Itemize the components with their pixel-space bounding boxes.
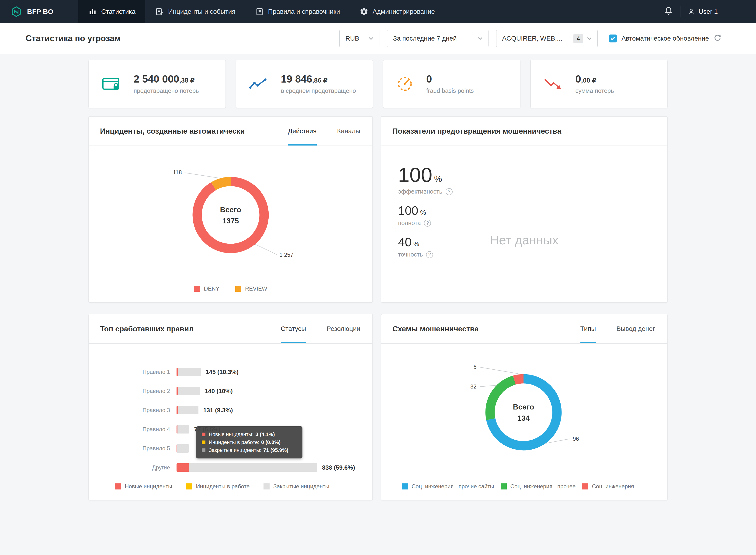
legend-swatch [264,483,270,489]
legend-item-review[interactable]: REVIEW [235,286,267,292]
user-name: User 1 [699,8,718,15]
notifications-bell-icon[interactable] [664,6,673,17]
kpi-value: 0 [576,73,581,85]
bar[interactable] [177,368,201,376]
bar-category-label: Правило 3 [96,407,177,414]
brand-logo[interactable]: BFP BO [0,0,78,23]
gauge-icon [396,76,413,92]
legend-item-soc-other[interactable]: Соц. инженерия - прочее [501,483,576,490]
panel-title: Топ сработавших правил [100,325,193,333]
loss-down-arrow-icon [544,77,563,91]
top-nav: BFP BO Статистика Инциденты и события Пр… [0,0,756,23]
legend-swatch [402,483,408,489]
panel-title: Инциденты, созданные автоматически [100,127,245,135]
brand-hexagon-icon [10,6,23,18]
tab-channels[interactable]: Каналы [337,117,360,145]
help-icon[interactable]: ? [424,220,431,227]
legend-item-new[interactable]: Новые инциденты [115,483,172,490]
donut-center-label: Всего [220,206,241,214]
bar[interactable] [177,425,189,433]
legend-item-deny[interactable]: DENY [194,286,219,292]
legend-swatch [186,483,192,489]
currency-select-value: RUB [345,35,359,42]
legend-item-soc-sites[interactable]: Соц. инженерия - прочие сайты [402,483,494,490]
tab-statuses[interactable]: Статусы [281,314,306,343]
dashboard-content: 2 540 000,38 ₽ предотвращено потерь 19 8… [88,54,668,528]
callout-soc-eng-sites: 96 [573,436,579,442]
kpi-value: 0 [426,73,432,85]
kpi-loss-amount: 0,00 ₽ сумма потерь [530,60,668,108]
incidents-legend: DENY REVIEW [89,286,372,302]
user-menu[interactable]: User 1 [687,7,718,16]
bar-category-label: Правило 1 [96,369,177,375]
help-icon[interactable]: ? [446,188,453,195]
donut-center-label: Всего [513,403,534,411]
tooltip-swatch [202,449,206,452]
period-select[interactable]: За последние 7 дней [387,30,489,47]
panel-title: Показатели предотвращения мошенничества [393,127,561,135]
nav-item-label: Правила и справочники [268,8,340,15]
nav-item-label: Администрирование [373,8,435,15]
bar-row: Правило 2 140 (10%) [96,382,363,400]
rules-legend: Новые инциденты Инциденты в работе Закры… [89,483,372,500]
kpi-label: fraud basis points [426,87,474,94]
auto-refresh-checkbox[interactable] [609,35,617,42]
nav-item-statistics[interactable]: Статистика [78,0,145,23]
kpi-label: сумма потерь [576,87,614,94]
tab-resolutions[interactable]: Резолюции [326,314,360,343]
bar[interactable] [177,406,198,414]
donut-center-value: 134 [517,414,530,422]
channels-select[interactable]: ACQUIRER, WEB,... 4 [496,30,598,47]
page-header: Статистика по угрозам RUB За последние 7… [0,23,756,54]
kpi-fraction: ,00 ₽ [581,77,596,84]
callout-deny: 1 257 [279,252,293,258]
kpi-label: в среднем предотвращено [281,87,356,94]
legend-item-closed[interactable]: Закрытые инциденты [264,483,329,490]
kpi-prevented-losses: 2 540 000,38 ₽ предотвращено потерь [88,60,226,108]
nav-item-rules[interactable]: Правила и справочники [245,0,350,23]
legend-item-soc[interactable]: Соц. инженерия [582,483,634,490]
bar-value-label: 131 (9.3%) [203,407,233,414]
help-icon[interactable]: ? [426,251,433,258]
panel-title: Схемы мошенничества [393,325,479,333]
bar-value-label: 838 (59.6%) [322,464,355,471]
tab-actions[interactable]: Действия [288,117,317,145]
tab-types[interactable]: Типы [580,314,596,343]
chevron-down-icon [369,37,373,40]
period-select-value: За последние 7 дней [393,35,456,42]
bar-value-label: 140 (10%) [205,388,233,395]
tooltip-row: Закрытые инциденты:71 (95.9%) [202,446,297,454]
gear-icon [360,7,368,16]
channels-count-badge: 4 [573,34,583,43]
bar[interactable] [177,463,317,472]
incidents-donut-chart[interactable]: 118 1 257 Всего 1375 [89,146,372,276]
kpi-fraction: ,38 ₽ [179,77,195,84]
nav-divider [680,6,680,17]
panel-fraud-schemes: Схемы мошенничества Типы Вывод денег 6 3… [381,314,668,501]
brand-label: BFP BO [27,8,53,16]
no-data-placeholder: Нет данных [381,233,667,247]
bar-value-label: 145 (10.3%) [206,369,239,376]
bar[interactable] [177,444,189,453]
refresh-icon[interactable] [714,34,721,43]
auto-refresh-label: Автоматическое обновление [621,35,709,42]
rules-doc-icon [255,7,264,16]
kpi-cards: 2 540 000,38 ₽ предотвращено потерь 19 8… [88,60,668,108]
bar[interactable] [177,387,200,395]
currency-select[interactable]: RUB [339,30,380,47]
nav-item-administration[interactable]: Администрирование [350,0,445,23]
bar-chart-icon [88,7,97,16]
chevron-down-icon [478,37,483,40]
nav-item-incidents[interactable]: Инциденты и события [145,0,245,23]
tab-withdrawal[interactable]: Вывод денег [616,314,655,343]
schemes-donut-chart[interactable]: 6 32 96 Всего 134 [381,344,667,474]
tooltip-row: Новые инциденты:3 (4.1%) [202,430,297,438]
legend-item-inwork[interactable]: Инциденты в работе [186,483,250,490]
bar-category-label: Правило 5 [96,445,177,452]
donut-center-value: 1375 [222,217,239,225]
kpi-value: 19 846 [281,73,312,85]
schemes-legend: Соц. инженерия - прочие сайты Соц. инжен… [381,483,667,500]
kpi-fraction: ,86 ₽ [312,77,328,84]
nav-item-label: Инциденты и события [168,8,235,15]
tooltip-swatch [202,433,206,436]
